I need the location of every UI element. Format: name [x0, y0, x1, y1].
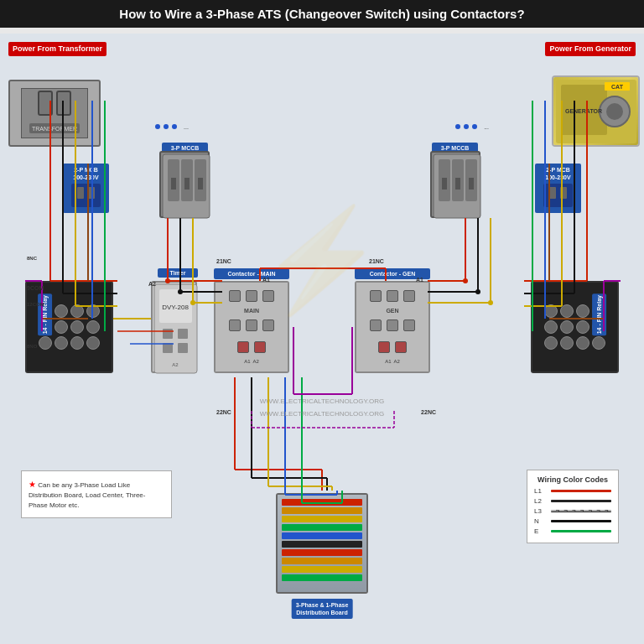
svg-rect-34 — [163, 343, 173, 353]
svg-text:DVY-208: DVY-208 — [162, 304, 189, 311]
mcb-left: 2-P MCB 100-230V — [63, 164, 109, 213]
legend-e-label: E — [534, 527, 546, 535]
svg-point-103 — [463, 278, 468, 283]
distribution-board — [276, 493, 368, 594]
page-title: How to Wire a 3-Phase ATS (Changeover Sw… — [0, 0, 644, 28]
dist-board-label: 3-Phase & 1-PhaseDistribution Board — [292, 599, 353, 619]
mccb-right — [430, 151, 480, 218]
legend-l1-label: L1 — [534, 487, 546, 495]
transformer: TRANSFORMER — [8, 80, 101, 147]
a2-main-label: A2 — [148, 281, 156, 287]
22nc-label-right: 22NC — [421, 409, 436, 415]
a1-label-gen: A1 — [416, 277, 423, 283]
svg-rect-28 — [469, 178, 474, 190]
21nc-label-right: 21NC — [369, 258, 384, 264]
22nc-label-left: 22NC — [216, 409, 231, 415]
contactor-gen: GEN A1 A2 — [355, 281, 430, 373]
website-watermark: WWW.ELECTRICALTECHNOLOGY.ORG — [260, 410, 385, 418]
legend-n-line — [551, 520, 611, 522]
a1-label-main: A1 — [262, 277, 270, 283]
relay-left-label: 14 - PIN Relay — [38, 293, 52, 335]
load-note: ★ Can be any 3-Phase Load Like Distribut… — [21, 470, 172, 518]
svg-rect-26 — [442, 178, 447, 190]
svg-rect-21 — [198, 178, 203, 190]
legend-e-line — [551, 530, 611, 532]
21nc-label-left: 21NC — [216, 258, 231, 264]
phase-dots-right: ... — [455, 124, 489, 130]
svg-point-105 — [488, 300, 493, 305]
mcb-right-label: 2-P MCB 100-230V — [538, 166, 578, 181]
svg-text:CAT: CAT — [611, 84, 624, 90]
9com-label-left: 9COM — [27, 285, 44, 291]
svg-rect-9 — [71, 184, 101, 207]
timer-label: Timer — [158, 268, 198, 278]
svg-rect-20 — [184, 178, 190, 190]
legend-l2-line — [551, 500, 611, 502]
8no-label: 8NO — [27, 344, 37, 349]
transformer-label: Power From Transformer — [8, 42, 106, 56]
legend-box: Wiring Color Codes L1 L2 L3 N E — [527, 470, 619, 543]
12com-label-left: 12COM — [27, 302, 44, 307]
svg-rect-13 — [549, 187, 556, 199]
contactor-main: MAIN A1 A2 — [214, 281, 289, 373]
legend-n-label: N — [534, 517, 546, 525]
svg-text:TRANSFORMER: TRANSFORMER — [32, 126, 77, 132]
watermark: WWW.ELECTRICALTECHNOLOGY.ORG — [260, 397, 385, 405]
legend-l2: L2 — [534, 497, 611, 505]
legend-n: N — [534, 517, 611, 525]
generator: GENERATOR CAT — [552, 75, 640, 147]
legend-l1: L1 — [534, 487, 611, 495]
phase-dots-left: ... — [155, 124, 189, 130]
legend-e: E — [534, 527, 611, 535]
generator-label: Power From Generator — [545, 42, 636, 56]
8nc-label: 8NC — [27, 256, 37, 261]
svg-rect-32 — [163, 329, 173, 339]
legend-l3-line — [551, 510, 611, 512]
diagram-area: Power From Transformer Power From Genera… — [0, 34, 644, 644]
mcb-right: 2-P MCB 100-230V — [535, 164, 581, 213]
relay-right-label: 14 - PIN Relay — [592, 293, 606, 335]
legend-l2-label: L2 — [534, 497, 546, 505]
legend-l1-line — [551, 490, 611, 492]
legend-l3: L3 — [534, 507, 611, 515]
legend-title: Wiring Color Codes — [534, 475, 611, 484]
legend-l3-label: L3 — [534, 507, 546, 515]
svg-point-104 — [475, 289, 480, 294]
svg-rect-12 — [543, 184, 573, 207]
mcb-left-label: 2-P MCB 100-230V — [66, 166, 106, 181]
load-note-text: Can be any 3-Phase Load Like Distributio… — [29, 481, 145, 509]
svg-rect-27 — [455, 178, 460, 190]
svg-rect-11 — [88, 187, 95, 199]
svg-rect-10 — [77, 187, 84, 199]
timer: DVY-208 A2 — [151, 281, 197, 373]
svg-rect-19 — [171, 178, 176, 190]
svg-point-5 — [606, 103, 623, 120]
svg-text:A2: A2 — [172, 362, 179, 367]
svg-rect-35 — [178, 343, 188, 353]
svg-rect-33 — [178, 329, 188, 339]
svg-rect-14 — [560, 187, 567, 199]
svg-text:GENERATOR: GENERATOR — [564, 108, 601, 114]
load-note-star: ★ — [29, 480, 36, 489]
contactor-main-label: Contactor - MAIN — [214, 268, 289, 279]
mccb-left — [159, 151, 210, 218]
